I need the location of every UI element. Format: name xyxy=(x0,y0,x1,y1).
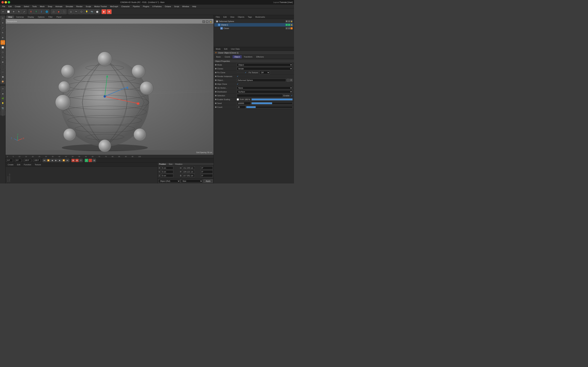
menu-script[interactable]: Script xyxy=(173,5,181,8)
enable-scaling-checkbox[interactable] xyxy=(237,98,239,100)
del-keyframe-btn[interactable]: - xyxy=(88,159,92,162)
obj-item-cloner[interactable]: ⊞ Cloner ✓ ✓ · xyxy=(214,26,293,30)
attr-tab-userdata[interactable]: User Data xyxy=(230,48,241,50)
selection-tool-btn[interactable]: ◻ xyxy=(0,16,5,20)
obj-lock-btn2[interactable]: 🔒 xyxy=(291,24,293,26)
menu-edit[interactable]: Edit xyxy=(7,5,13,8)
coord-position-tab[interactable]: Position xyxy=(159,163,166,165)
play-btn2[interactable]: ▶ xyxy=(54,159,58,162)
select-tool[interactable]: ⬜ xyxy=(6,9,11,14)
undo-button[interactable]: ↩ xyxy=(1,9,6,14)
object-btn[interactable]: ◻ xyxy=(69,9,73,14)
deformer-btn[interactable]: ⬡ xyxy=(79,9,84,14)
menu-mesh[interactable]: Mesh xyxy=(38,5,46,8)
close-button[interactable] xyxy=(1,1,4,3)
obj-ref-link-btn[interactable]: ⟳ xyxy=(290,79,293,82)
rot-p-input[interactable] xyxy=(200,170,213,173)
tab-options[interactable]: Options xyxy=(36,16,46,18)
menu-plugins[interactable]: Plugins xyxy=(141,5,150,8)
axis-tool-btn[interactable]: ⊕ xyxy=(0,35,5,40)
obj-vis-btn3[interactable]: ✓ xyxy=(285,27,288,29)
obj-ref-clear-btn[interactable]: · xyxy=(287,79,289,82)
size-h-input[interactable] xyxy=(182,166,195,169)
light-btn[interactable]: 💡 xyxy=(84,9,89,14)
coord-rotation-tab[interactable]: Rotation xyxy=(175,163,182,165)
count-input[interactable] xyxy=(237,106,245,109)
menu-create[interactable]: Create xyxy=(13,5,22,8)
menu-simulate[interactable]: Simulate xyxy=(64,5,75,8)
mat-tab-create[interactable]: Create xyxy=(6,163,15,166)
obj-dot-btn[interactable]: · xyxy=(291,27,293,29)
render-view-btn[interactable]: 🎥 xyxy=(51,9,56,14)
edge-mode-btn[interactable]: — xyxy=(0,70,5,74)
next-key-btn[interactable]: ⏩ xyxy=(62,159,65,162)
object-ref-input[interactable] xyxy=(237,79,286,82)
record-btn2[interactable]: ⏺ xyxy=(71,159,75,162)
om-tab-objects[interactable]: Objects xyxy=(236,16,246,18)
maximize-button[interactable] xyxy=(8,1,10,3)
x-axis-btn[interactable]: X xyxy=(28,9,34,14)
pos-z-input[interactable] xyxy=(161,174,173,177)
menu-render[interactable]: Render xyxy=(75,5,84,8)
rot-b-input[interactable] xyxy=(200,174,213,177)
pos-x-input[interactable] xyxy=(161,166,173,169)
size-p-input[interactable] xyxy=(182,170,195,173)
size-b-input[interactable] xyxy=(182,174,195,177)
prop-tab-effectors[interactable]: Effectors xyxy=(254,55,266,58)
om-tab-view[interactable]: View xyxy=(229,16,236,18)
auto-key-btn[interactable]: ⏺ xyxy=(75,159,79,162)
fix-texture-dropdown[interactable]: Off On xyxy=(259,71,270,74)
light2-btn[interactable]: 💡 xyxy=(0,101,5,106)
prev-key-btn[interactable]: ⏪ xyxy=(47,159,50,162)
render-region-btn[interactable]: ⬛ xyxy=(62,9,67,14)
play-btn[interactable]: ▶ xyxy=(102,9,106,14)
menu-animate[interactable]: Animate xyxy=(54,5,64,8)
coord-ref-dropdown[interactable]: Object (Rel) World xyxy=(158,179,180,183)
go-end-btn[interactable]: ⏭ xyxy=(66,159,69,162)
viewport-maximize-icon[interactable]: ⤢ xyxy=(202,20,205,23)
obj-lock-btn[interactable]: 🔒 xyxy=(291,20,293,22)
tab-filter[interactable]: Filter xyxy=(47,16,54,18)
selection-input[interactable] xyxy=(237,94,283,97)
minimize-button[interactable] xyxy=(5,1,7,3)
menu-mograph[interactable]: MoGraph xyxy=(109,5,120,8)
loop-sel-btn[interactable]: ⊞ xyxy=(0,60,5,64)
free-sel-btn[interactable]: ✏ xyxy=(0,55,5,59)
attr-tab-edit[interactable]: Edit xyxy=(223,48,229,50)
poly-mode-btn[interactable]: ▦ xyxy=(0,75,5,79)
object-mode-btn[interactable]: 📦 xyxy=(0,79,5,84)
menu-sculpt[interactable]: Sculpt xyxy=(84,5,93,8)
tab-view[interactable]: View xyxy=(6,16,14,18)
apply-button[interactable]: Apply xyxy=(203,179,213,183)
camera-btn[interactable]: 📷 xyxy=(89,9,94,14)
om-tab-edit[interactable]: Edit xyxy=(222,16,228,18)
frame-current-input[interactable] xyxy=(15,159,22,162)
distribution-dropdown[interactable]: Surface Volume Edge xyxy=(237,90,293,93)
material-btn[interactable]: ⬤ xyxy=(95,9,100,14)
prop-tab-basic[interactable]: Basic xyxy=(214,55,223,58)
tab-panel[interactable]: Panel xyxy=(55,16,63,18)
curve-btn[interactable]: 〜 xyxy=(74,9,78,14)
rot-h-input[interactable] xyxy=(200,166,213,169)
menu-file[interactable]: File xyxy=(1,5,7,8)
mat-tab-function[interactable]: Function xyxy=(22,163,33,166)
om-tab-tags[interactable]: Tags xyxy=(246,16,253,18)
tab-cameras[interactable]: Cameras xyxy=(14,16,26,18)
motion-btn[interactable]: ⟳ xyxy=(79,159,83,162)
attr-tab-mode[interactable]: Mode xyxy=(214,48,222,50)
obj-item-deformed-sphere[interactable]: ⬤ Deformed Sphere 👁 ✓ 🔒 xyxy=(214,20,293,23)
menu-window[interactable]: Window xyxy=(181,5,190,8)
up-vector-dropdown[interactable]: None +X +Y +Z xyxy=(237,86,293,90)
rotate-tool[interactable]: ↻ xyxy=(17,9,21,14)
prop-tab-coord[interactable]: Coord. xyxy=(223,55,232,58)
menu-character[interactable]: Character xyxy=(120,5,131,8)
record-btn[interactable]: ⏺ xyxy=(107,9,112,14)
tab-display[interactable]: Display xyxy=(26,16,36,18)
menu-xparticles[interactable]: X-Particles xyxy=(151,5,163,8)
obj-render-btn[interactable]: ✓ xyxy=(288,20,290,22)
menu-tools[interactable]: Tools xyxy=(31,5,38,8)
move-tool[interactable]: ✛ xyxy=(11,9,16,14)
scale-tool-btn2[interactable]: ⤢ xyxy=(0,25,5,30)
menu-pipeline[interactable]: Pipeline xyxy=(131,5,141,8)
menu-select[interactable]: Select xyxy=(22,5,31,8)
